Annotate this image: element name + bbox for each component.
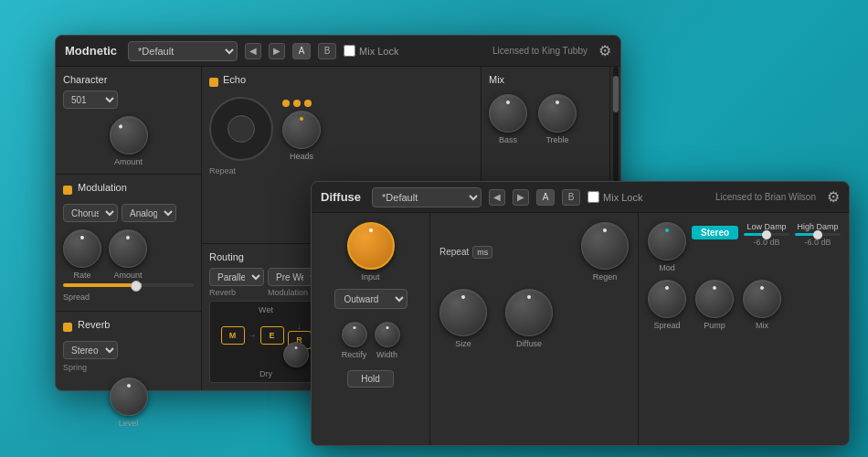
modnetic-b-btn[interactable]: B [318,43,336,59]
mod-label: Mod [659,263,675,272]
pump-knob[interactable] [695,280,734,318]
low-damp-container: Low Damp -6.0 dB [744,222,789,247]
rectify-width-row: Rectify Width [342,322,400,359]
spread-bar[interactable] [63,283,194,287]
modnetic-prev-btn[interactable]: ◀ [245,43,261,59]
head-dot-3 [304,100,312,107]
routing-parallel-dropdown[interactable]: Parallel [209,268,264,286]
mod-knob[interactable] [648,222,686,260]
modnetic-next-btn[interactable]: ▶ [269,43,285,59]
mix-container: Mix [743,280,781,330]
character-label: Character [63,74,194,85]
rectify-knob[interactable] [342,322,367,347]
diffuse-licensed: Licensed to Brian Wilson [715,192,816,202]
diffuse-amt-knob[interactable] [505,289,553,336]
diffuse-prev-btn[interactable]: ◀ [489,189,505,206]
echo-enable[interactable] [209,78,218,87]
reverb-level-label: Level [119,419,139,428]
diffuse-b-btn[interactable]: B [562,189,580,206]
diff-right-bottom: Spread Pump Mix [648,280,840,330]
reverb-section: Reverb Stereo Spring Level [56,312,201,435]
heads-knob[interactable] [282,111,321,149]
head-dot-1 [282,100,290,107]
routing-block-m: M [221,326,245,345]
mod-amount-label: Amount [113,271,142,280]
diffuse-next-btn[interactable]: ▶ [513,189,529,206]
reverb-mode-dropdown[interactable]: Stereo [63,341,118,359]
spread-label: Spread [63,292,90,302]
width-label: Width [376,350,397,359]
mix-treble-knob[interactable] [538,94,577,133]
routing-label: Routing [209,251,323,262]
low-damp-db: -6.0 dB [754,238,780,247]
hold-button[interactable]: Hold [347,370,394,388]
mix-label: Mix [489,74,602,85]
mix-knob[interactable] [743,280,781,318]
wet-label: Wet [259,305,273,314]
modulation-type-dropdown[interactable]: Chorus [63,204,118,222]
diffuse-mix-lock-checkbox[interactable] [587,191,599,203]
routing-dry-knob[interactable] [283,342,309,367]
high-damp-slider[interactable] [795,233,841,236]
modulation-mode-dropdown[interactable]: Analog [122,204,176,222]
diffuse-a-btn[interactable]: A [536,189,555,206]
routing-arrow-1: → [249,331,257,340]
regen-knob[interactable] [581,222,629,270]
mix-bass-knob[interactable] [489,94,527,133]
regen-container: Regen [581,222,629,282]
modulation-enable[interactable] [63,186,72,195]
modulation-knobs-row: Rate Amount [63,229,194,280]
modnetic-preset-dropdown[interactable]: *Default [128,41,238,61]
reverb-level-knob[interactable] [110,377,148,416]
pump-container: Pump [695,280,734,330]
mix-treble-label: Treble [545,135,568,144]
spread-bar-container: Spread [63,283,194,303]
character-amount-knob[interactable] [110,116,148,154]
diffuse-body: Input Outward Rectify Width [312,213,849,445]
character-preset-dropdown[interactable]: 501 [63,90,118,109]
mod-amount-container: Amount [109,229,147,280]
outward-dropdown[interactable]: Outward [334,289,408,309]
size-container: Size [439,289,487,348]
diffuse-mix-lock: Mix Lock [587,191,642,203]
ms-badge: ms [472,246,492,259]
modnetic-logo-icon: ⚙ [598,42,611,59]
high-damp-db: -6.0 dB [805,238,831,247]
rectify-label: Rectify [342,350,367,359]
spread-container: Spread [648,280,686,330]
mod-amount-knob[interactable] [109,229,147,268]
scroll-thumb[interactable] [613,76,619,112]
mix-bass-label: Bass [499,135,517,144]
spread-knob[interactable] [648,280,686,318]
stereo-button[interactable]: Stereo [692,226,738,239]
modnetic-licensed: Licensed to King Tubby [492,46,587,56]
diffuse-input-knob[interactable] [347,222,395,270]
modnetic-mix-lock: Mix Lock [344,45,398,57]
low-damp-slider[interactable] [744,233,789,236]
diffuse-mix-lock-label: Mix Lock [603,192,642,203]
reverb-enable[interactable] [63,323,72,332]
modnetic-mix-lock-label: Mix Lock [359,46,398,57]
routing-reverb-sub: Reverb [209,288,264,297]
reverb-level-container: Level [63,377,194,428]
head-dot-2 [293,100,301,107]
mix-treble-container: Treble [538,94,577,144]
echo-title-row: Echo [209,74,473,90]
diffuse-center-panel: Repeat ms Regen Size [430,213,639,445]
modnetic-mix-lock-checkbox[interactable] [344,45,355,57]
echo-right-content: Heads [282,96,321,161]
diffuse-preset-dropdown[interactable]: *Default [372,187,482,207]
regen-label: Regen [593,272,618,282]
width-knob[interactable] [375,322,400,347]
repeat-row: Repeat ms Regen [439,222,629,282]
size-knob[interactable] [439,289,487,336]
echo-content: Heads [209,96,473,161]
stereo-section: Stereo [692,226,738,239]
diffuse-left-panel: Input Outward Rectify Width [312,213,430,445]
modnetic-a-btn[interactable]: A [292,43,311,59]
diffuse-logo-icon: ⚙ [827,188,840,206]
head-dots [282,100,321,107]
reverb-dropdowns: Stereo [63,341,194,359]
high-damp-container: High Damp -6.0 dB [795,222,841,247]
mod-rate-knob[interactable] [63,229,101,268]
